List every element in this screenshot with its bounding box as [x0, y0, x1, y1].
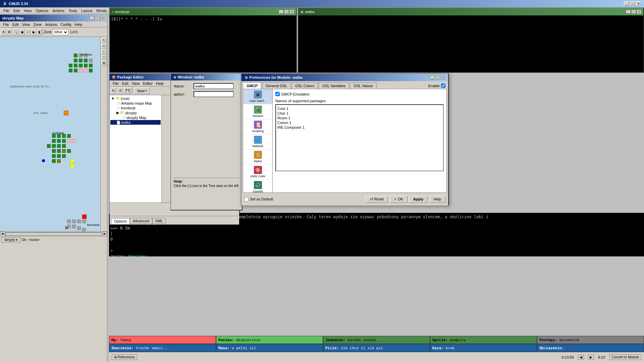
- pkg-tab-advanced[interactable]: Advanced: [130, 218, 152, 224]
- pkg-menu-help[interactable]: Help: [154, 81, 165, 86]
- win-walka-name-field: Name:: [174, 83, 239, 89]
- win-walka-name-input[interactable]: [194, 83, 234, 89]
- map-menu-config[interactable]: Config: [59, 22, 73, 27]
- prefs-tab-gmcp[interactable]: GMCP: [243, 82, 261, 89]
- prefs-item-sounds[interactable]: 🔊 Sounds: [243, 180, 272, 192]
- map-menu-help[interactable]: Help: [73, 22, 84, 27]
- kondycje-close[interactable]: ✕: [289, 10, 294, 14]
- menu-options[interactable]: Options: [34, 8, 50, 13]
- scroll-left-arrow[interactable]: ◀: [578, 355, 584, 360]
- map-close-btn[interactable]: ✕: [100, 16, 105, 20]
- tb-btn-4[interactable]: ◉: [19, 29, 25, 36]
- pkg-menu-file[interactable]: File: [111, 81, 120, 86]
- tb-btn-7[interactable]: ▮: [37, 29, 42, 36]
- pkg-tab-xml[interactable]: XML: [152, 218, 166, 224]
- walka-close[interactable]: ✕: [637, 10, 641, 14]
- pkg-tb-2[interactable]: ↺: [117, 87, 123, 94]
- tool-line[interactable]: /: [101, 49, 107, 54]
- tb-btn-2[interactable]: ⚙: [6, 29, 12, 36]
- references-btn[interactable]: ⊞ References: [112, 354, 137, 360]
- pkg-menu-view[interactable]: View: [130, 81, 142, 86]
- gmcp-emulation-checkbox[interactable]: [275, 92, 280, 96]
- zone-select[interactable]: Isthar: [52, 29, 68, 35]
- app-maximize-btn[interactable]: □: [630, 1, 635, 6]
- prefs-item-ansi-color[interactable]: 🎨 ANSI Color: [243, 165, 272, 180]
- prefs-item-styles[interactable]: 🎨 Styles: [243, 149, 272, 165]
- map-title-bar: skrypty Map _ □ ✕: [0, 15, 107, 21]
- map-menu-zone[interactable]: Zone: [32, 22, 43, 27]
- pkg-tree-item-skrypty[interactable]: ▶📁 skrypty: [110, 110, 161, 115]
- prefs-ok-btn[interactable]: ✓ OK: [389, 196, 408, 203]
- map-maximize-btn[interactable]: □: [95, 16, 100, 20]
- win-walka-caption-input[interactable]: [194, 91, 234, 97]
- prefs-tab-gsl-colors[interactable]: GSL Colors: [291, 82, 318, 89]
- prefs-tab-gsl-values[interactable]: GSL Values: [350, 82, 376, 89]
- pkg-tree-item-arkadia[interactable]: 📄 Arkadia mapa Map: [110, 101, 161, 106]
- app-title: CMUD 3.34: [9, 2, 28, 6]
- scroll-left-btn[interactable]: ◀: [0, 232, 5, 236]
- prefs-close[interactable]: ✕: [441, 75, 445, 79]
- prefs-item-session[interactable]: 🔌 Session: [243, 104, 272, 119]
- walka-maximize[interactable]: □: [631, 10, 636, 14]
- profile-tab[interactable]: skrypty ▾: [1, 237, 20, 242]
- pkg-tb-1[interactable]: ↻: [110, 87, 116, 94]
- prefs-tab-general-gsl[interactable]: General GSL: [262, 82, 291, 89]
- prefs-item-scripting[interactable]: 📜 Scripting: [243, 119, 272, 134]
- map-minimize-btn[interactable]: _: [90, 16, 94, 20]
- prefs-reset-btn[interactable]: ↺ Reset: [366, 196, 388, 203]
- map-menu-actions[interactable]: Actions: [43, 22, 59, 27]
- pkg-new-btn[interactable]: New ▾: [134, 87, 150, 94]
- kondycje-maximize[interactable]: □: [284, 10, 289, 14]
- pkg-tb-3[interactable]: 💾: [124, 87, 131, 94]
- tb-btn-1[interactable]: ✕: [1, 29, 6, 36]
- prefs-maximize[interactable]: □: [435, 75, 440, 79]
- prefs-tab-gsl-variables[interactable]: GSL Variables: [319, 82, 350, 89]
- pkg-tree-item-walka[interactable]: 📄 walka: [110, 120, 161, 125]
- pkg-menu-edit[interactable]: Edit: [120, 81, 130, 86]
- convert-to-module-btn[interactable]: Convert to Module: [609, 354, 641, 360]
- pkg-tab-options[interactable]: Options: [111, 218, 130, 224]
- enable-checkbox[interactable]: [441, 83, 445, 88]
- app-minimize-btn[interactable]: _: [624, 1, 629, 6]
- prefs-titlebar: 🖥 Preferences for Module: walka _ □ ✕: [241, 74, 448, 81]
- map-node: [62, 144, 66, 148]
- map-node: [62, 149, 66, 153]
- walka-minimize[interactable]: _: [626, 10, 631, 14]
- menu-edit[interactable]: Edit: [11, 8, 22, 13]
- menu-actions[interactable]: Actions: [50, 8, 66, 13]
- prefs-item-network[interactable]: 🌐 Network: [243, 134, 272, 149]
- map-menu-edit[interactable]: Edit: [11, 22, 20, 27]
- pkg-tree-item-skrypty-map[interactable]: 📄 skrypty Map: [110, 115, 161, 120]
- tool-text[interactable]: A: [101, 43, 107, 49]
- map-menu-view[interactable]: View: [20, 22, 32, 27]
- pkg-tree-root[interactable]: ▼📁 (root): [110, 96, 161, 101]
- map-scrollbar-h[interactable]: ◀ ▶: [0, 231, 107, 236]
- prefs-item-user-interf[interactable]: 🖥 User Interf...: [243, 89, 272, 104]
- tb-btn-6[interactable]: ▶: [31, 29, 37, 36]
- tool-rect[interactable]: □: [101, 55, 107, 60]
- set-default-checkbox[interactable]: [244, 197, 249, 201]
- menu-layout[interactable]: Layout: [79, 8, 94, 13]
- map-label-endriagi: endriagi: [52, 131, 64, 135]
- map-menu-file[interactable]: File: [1, 22, 11, 27]
- pkg-item-ire: IRE.Composer 1: [277, 125, 442, 130]
- tb-btn-3[interactable]: 🔍: [12, 29, 19, 36]
- session-icon: 🔌: [254, 106, 262, 114]
- pkg-menu-editor[interactable]: Editor: [141, 81, 154, 86]
- scroll-right-arrow[interactable]: ▶: [588, 355, 594, 360]
- tb-btn-5[interactable]: ✓: [25, 29, 31, 36]
- win-walka-help: Help: Click the [+] icon in the Tree vie…: [174, 178, 239, 188]
- app-close-btn[interactable]: ✕: [636, 1, 641, 6]
- menu-view[interactable]: View: [22, 8, 34, 13]
- tool-select[interactable]: ⊞: [101, 60, 107, 66]
- prefs-minimize[interactable]: _: [430, 75, 435, 79]
- tool-arrow[interactable]: ↖: [101, 38, 107, 43]
- prefs-apply-btn[interactable]: Apply: [409, 196, 428, 203]
- scroll-right-btn[interactable]: ▶: [102, 232, 107, 236]
- kondycje-minimize[interactable]: _: [279, 10, 283, 14]
- bottom-right-info: 0:10:56 ◀ ▶ 8:22 Convert to Module: [561, 354, 641, 360]
- menu-file[interactable]: File: [1, 8, 11, 13]
- prefs-help-btn[interactable]: Help: [429, 196, 445, 203]
- menu-tools[interactable]: Tools: [66, 8, 79, 13]
- pkg-tree-item-kondycje[interactable]: 📄 kondycje: [110, 106, 161, 110]
